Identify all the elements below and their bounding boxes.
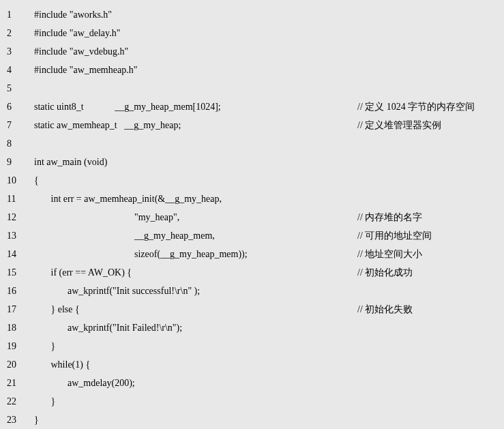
code-line: 12 "my_heap",// 内存堆的名字 xyxy=(0,208,504,226)
line-number: 18 xyxy=(0,319,30,337)
code-line: 1#include "aworks.h" xyxy=(0,5,504,24)
code-line: 3#include "aw_vdebug.h" xyxy=(0,42,504,61)
line-number: 23 xyxy=(0,411,30,429)
code-column: #include "aw_vdebug.h" xyxy=(30,42,357,61)
code-text: #include "aw_vdebug.h" xyxy=(30,46,128,57)
code-column: } xyxy=(30,337,357,355)
code-column: } xyxy=(30,392,357,411)
code-text: #include "aw_delay.h" xyxy=(30,28,120,38)
code-text: if (err == AW_OK) { xyxy=(30,267,132,278)
code-text: } xyxy=(30,415,39,425)
code-column: aw_kprintf("Init successful!\r\n" ); xyxy=(30,282,357,300)
code-line: 11 int err = aw_memheap_init(&__g_my_hea… xyxy=(0,190,504,208)
code-column: if (err == AW_OK) { xyxy=(30,263,357,282)
code-text: static uint8_t __g_my_heap_mem[1024]; xyxy=(30,102,221,112)
code-line: 7static aw_memheap_t __g_my_heap;// 定义堆管… xyxy=(0,116,504,134)
code-line: 5 xyxy=(0,79,504,98)
code-text: #include "aworks.h" xyxy=(30,10,112,20)
code-text: #include "aw_memheap.h" xyxy=(30,65,137,75)
code-text: aw_kprintf("Init Failed!\r\n"); xyxy=(30,323,182,333)
code-line: 10{ xyxy=(0,171,504,190)
code-text xyxy=(30,138,34,149)
code-column xyxy=(30,134,357,153)
code-text: } else { xyxy=(30,304,80,314)
line-number: 17 xyxy=(0,300,30,319)
code-text: { xyxy=(30,175,39,186)
code-line: 9int aw_main (void) xyxy=(0,153,504,171)
code-listing: 1#include "aworks.h"2#include "aw_delay.… xyxy=(0,0,504,429)
line-number: 7 xyxy=(0,116,30,134)
code-text: aw_mdelay(200); xyxy=(30,378,135,388)
code-line: 19 } xyxy=(0,337,504,355)
line-number: 4 xyxy=(0,61,30,79)
code-line: 8 xyxy=(0,134,504,153)
code-column: __g_my_heap_mem, xyxy=(30,226,357,245)
code-line: 4#include "aw_memheap.h" xyxy=(0,61,504,79)
line-number: 21 xyxy=(0,374,30,392)
code-line: 17 } else {// 初始化失败 xyxy=(0,300,504,319)
line-number: 5 xyxy=(0,79,30,98)
code-column: static uint8_t __g_my_heap_mem[1024]; xyxy=(30,98,357,116)
code-column: #include "aw_delay.h" xyxy=(30,24,357,42)
comment-text: // 地址空间大小 xyxy=(357,245,504,263)
code-text: aw_kprintf("Init successful!\r\n" ); xyxy=(30,286,200,296)
code-text: __g_my_heap_mem, xyxy=(30,231,215,241)
code-column: } else { xyxy=(30,300,357,319)
line-number: 11 xyxy=(0,190,30,208)
code-column: } xyxy=(30,411,357,429)
code-text: static aw_memheap_t __g_my_heap; xyxy=(30,120,181,130)
code-column: #include "aworks.h" xyxy=(30,5,357,24)
code-column: sizeof(__g_my_heap_mem)); xyxy=(30,245,357,263)
code-line: 16 aw_kprintf("Init successful!\r\n" ); xyxy=(0,282,504,300)
line-number: 12 xyxy=(0,208,30,226)
comment-text: // 定义堆管理器实例 xyxy=(357,116,504,134)
code-column: aw_mdelay(200); xyxy=(30,374,357,392)
code-line: 13 __g_my_heap_mem,// 可用的地址空间 xyxy=(0,226,504,245)
line-number: 2 xyxy=(0,24,30,42)
code-text: sizeof(__g_my_heap_mem)); xyxy=(30,249,248,259)
code-line: 22 } xyxy=(0,392,504,411)
code-column: static aw_memheap_t __g_my_heap; xyxy=(30,116,357,134)
code-line: 21 aw_mdelay(200); xyxy=(0,374,504,392)
code-line: 14 sizeof(__g_my_heap_mem));// 地址空间大小 xyxy=(0,245,504,263)
code-text: int aw_main (void) xyxy=(30,157,107,167)
code-line: 2#include "aw_delay.h" xyxy=(0,24,504,42)
code-line: 15 if (err == AW_OK) {// 初始化成功 xyxy=(0,263,504,282)
line-number: 13 xyxy=(0,226,30,245)
code-text: "my_heap", xyxy=(30,212,179,222)
code-column: aw_kprintf("Init Failed!\r\n"); xyxy=(30,319,357,337)
line-number: 15 xyxy=(0,263,30,282)
code-text: int err = aw_memheap_init(&__g_my_heap, xyxy=(30,194,222,204)
code-column: int aw_main (void) xyxy=(30,153,357,171)
code-column: #include "aw_memheap.h" xyxy=(30,61,357,79)
code-column xyxy=(30,79,357,98)
comment-text: // 内存堆的名字 xyxy=(357,208,504,226)
code-column: while(1) { xyxy=(30,355,357,374)
line-number: 1 xyxy=(0,5,30,24)
line-number: 6 xyxy=(0,98,30,116)
code-column: int err = aw_memheap_init(&__g_my_heap, xyxy=(30,190,357,208)
code-column: { xyxy=(30,171,357,190)
code-text: } xyxy=(30,341,55,351)
code-column: "my_heap", xyxy=(30,208,357,226)
code-line: 20 while(1) { xyxy=(0,355,504,374)
code-line: 23} xyxy=(0,411,504,429)
comment-text: // 可用的地址空间 xyxy=(357,226,504,245)
line-number: 20 xyxy=(0,355,30,374)
line-number: 3 xyxy=(0,42,30,61)
code-line: 6static uint8_t __g_my_heap_mem[1024];//… xyxy=(0,98,504,116)
comment-text: // 定义 1024 字节的内存空间 xyxy=(357,98,504,116)
code-text: while(1) { xyxy=(30,359,90,370)
code-text: } xyxy=(30,396,55,406)
code-text xyxy=(30,83,34,93)
line-number: 22 xyxy=(0,392,30,411)
line-number: 19 xyxy=(0,337,30,355)
line-number: 8 xyxy=(0,134,30,153)
comment-text: // 初始化失败 xyxy=(357,300,504,319)
code-line: 18 aw_kprintf("Init Failed!\r\n"); xyxy=(0,319,504,337)
line-number: 16 xyxy=(0,282,30,300)
line-number: 9 xyxy=(0,153,30,171)
comment-text: // 初始化成功 xyxy=(357,263,504,282)
line-number: 14 xyxy=(0,245,30,263)
line-number: 10 xyxy=(0,171,30,190)
